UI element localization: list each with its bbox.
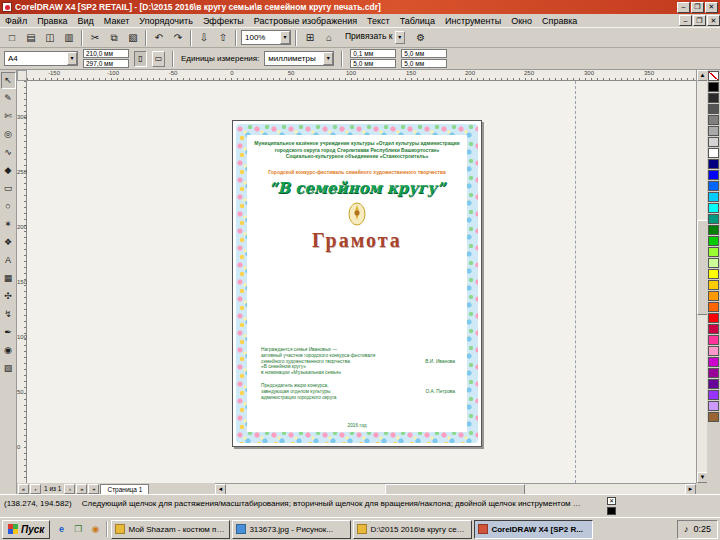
color-swatch-0[interactable]: [708, 71, 719, 81]
open-icon[interactable]: ▤: [22, 29, 40, 46]
color-swatch-31[interactable]: [708, 412, 719, 422]
quick-launch-player-icon[interactable]: ◉: [87, 521, 103, 537]
menu-item-3[interactable]: Макет: [99, 15, 134, 27]
restore-button[interactable]: ❐: [691, 2, 704, 13]
color-swatch-3[interactable]: [708, 104, 719, 114]
color-swatch-21[interactable]: [708, 302, 719, 312]
chevron-down-icon[interactable]: ▾: [395, 31, 405, 44]
color-swatch-30[interactable]: [708, 401, 719, 411]
shape-tool[interactable]: ✎: [1, 90, 16, 107]
table-tool[interactable]: ▦: [1, 270, 16, 287]
zoom-tool[interactable]: ◎: [1, 126, 16, 143]
undo-icon[interactable]: ↶: [150, 29, 168, 46]
horizontal-scrollbar[interactable]: ◄ ►: [215, 483, 696, 494]
vertical-scrollbar[interactable]: ▲ ▼: [696, 70, 707, 483]
taskbar-task-1[interactable]: 313673.jpg - Рисунок...: [232, 520, 351, 539]
cut-icon[interactable]: ✂: [86, 29, 104, 46]
quick-launch-desktop-icon[interactable]: ❐: [70, 521, 86, 537]
color-swatch-27[interactable]: [708, 368, 719, 378]
menu-item-4[interactable]: Упорядочить: [134, 15, 198, 27]
taskbar-task-0[interactable]: Мой Shazam - костюм пр...: [111, 520, 230, 539]
paste-icon[interactable]: ▧: [124, 29, 142, 46]
basic-shapes-tool[interactable]: ❖: [1, 234, 16, 251]
application-launcher-icon[interactable]: ⊞: [301, 29, 319, 46]
snap-to-button[interactable]: Привязать к ▾: [340, 30, 410, 46]
paper-width-field[interactable]: 210,0 мм: [83, 49, 129, 58]
color-swatch-15[interactable]: [708, 236, 719, 246]
start-button[interactable]: Пуск: [2, 520, 50, 539]
document-page[interactable]: Муниципальное казённое учреждение культу…: [232, 120, 482, 447]
vertical-ruler[interactable]: 300250200150100500: [17, 81, 27, 483]
menu-item-11[interactable]: Справка: [537, 15, 582, 27]
duplicate-y-field[interactable]: 5,0 мм: [401, 49, 447, 58]
rectangle-tool[interactable]: ▭: [1, 180, 16, 197]
menu-item-7[interactable]: Текст: [362, 15, 395, 27]
color-swatch-19[interactable]: [708, 280, 719, 290]
interactive-blend-tool[interactable]: ✣: [1, 288, 16, 305]
outline-tool[interactable]: ✒: [1, 324, 16, 341]
doc-restore-button[interactable]: ❐: [693, 15, 706, 26]
color-swatch-24[interactable]: [708, 335, 719, 345]
color-swatch-7[interactable]: [708, 148, 719, 158]
color-swatch-18[interactable]: [708, 269, 719, 279]
menu-item-5[interactable]: Эффекты: [198, 15, 249, 27]
color-swatch-23[interactable]: [708, 324, 719, 334]
landscape-orientation-button[interactable]: ▭: [152, 51, 165, 67]
minimize-button[interactable]: –: [677, 2, 690, 13]
doc-close-button[interactable]: ✕: [707, 15, 720, 26]
quick-launch-ie-icon[interactable]: e: [53, 521, 69, 537]
menu-item-10[interactable]: Окно: [506, 15, 537, 27]
menu-item-8[interactable]: Таблица: [395, 15, 440, 27]
portrait-orientation-button[interactable]: ▯: [134, 51, 147, 67]
color-swatch-5[interactable]: [708, 126, 719, 136]
paper-height-field[interactable]: 297,0 мм: [83, 59, 129, 68]
taskbar-task-2[interactable]: D:\2015 2016\в кругу сем...: [353, 520, 472, 539]
drawing-canvas[interactable]: Муниципальное казённое учреждение культу…: [27, 81, 696, 483]
color-swatch-4[interactable]: [708, 115, 719, 125]
smart-fill-tool[interactable]: ◆: [1, 162, 16, 179]
redo-icon[interactable]: ↷: [169, 29, 187, 46]
color-swatch-17[interactable]: [708, 258, 719, 268]
taskbar-task-3[interactable]: CorelDRAW X4 [SP2 R...: [474, 520, 593, 539]
nudge-offset-field[interactable]: 0,1 мм: [350, 49, 396, 58]
crop-tool[interactable]: ✄: [1, 108, 16, 125]
color-swatch-9[interactable]: [708, 170, 719, 180]
import-icon[interactable]: ⇩: [195, 29, 213, 46]
interactive-fill-tool[interactable]: ▨: [1, 360, 16, 377]
add-page-button[interactable]: +: [88, 484, 99, 494]
color-swatch-14[interactable]: [708, 225, 719, 235]
paper-type-combo[interactable]: A4 ▾: [4, 51, 78, 66]
color-swatch-10[interactable]: [708, 181, 719, 191]
page-tab[interactable]: Страница 1: [100, 484, 149, 494]
units-combo[interactable]: миллиметры ▾: [264, 51, 334, 66]
menu-item-9[interactable]: Инструменты: [440, 15, 506, 27]
color-swatch-1[interactable]: [708, 82, 719, 92]
text-tool[interactable]: A: [1, 252, 16, 269]
color-swatch-26[interactable]: [708, 357, 719, 367]
color-swatch-16[interactable]: [708, 247, 719, 257]
duplicate-x2-field[interactable]: 5,0 мм: [401, 59, 447, 68]
options-gear-icon[interactable]: ⚙: [412, 29, 430, 46]
horizontal-ruler[interactable]: -150-100-50050100150200250300350: [27, 70, 696, 81]
color-swatch-25[interactable]: [708, 346, 719, 356]
color-swatch-11[interactable]: [708, 192, 719, 202]
outline-color-indicator[interactable]: [607, 507, 616, 515]
volume-icon[interactable]: ♪: [684, 524, 689, 534]
color-swatch-8[interactable]: [708, 159, 719, 169]
last-page-button[interactable]: »: [76, 484, 87, 494]
print-icon[interactable]: ▥: [60, 29, 78, 46]
page-guideline[interactable]: [575, 81, 576, 483]
eyedropper-tool[interactable]: ↯: [1, 306, 16, 323]
fill-tool[interactable]: ◉: [1, 342, 16, 359]
menu-item-2[interactable]: Вид: [73, 15, 99, 27]
copy-icon[interactable]: ⧉: [105, 29, 123, 46]
color-swatch-6[interactable]: [708, 137, 719, 147]
menu-item-6[interactable]: Растровые изображения: [249, 15, 362, 27]
freehand-tool[interactable]: ∿: [1, 144, 16, 161]
fill-color-indicator[interactable]: ✕: [607, 497, 616, 505]
color-swatch-28[interactable]: [708, 379, 719, 389]
first-page-button[interactable]: «: [18, 484, 29, 494]
polygon-tool[interactable]: ✶: [1, 216, 16, 233]
export-icon[interactable]: ⇧: [214, 29, 232, 46]
color-swatch-22[interactable]: [708, 313, 719, 323]
